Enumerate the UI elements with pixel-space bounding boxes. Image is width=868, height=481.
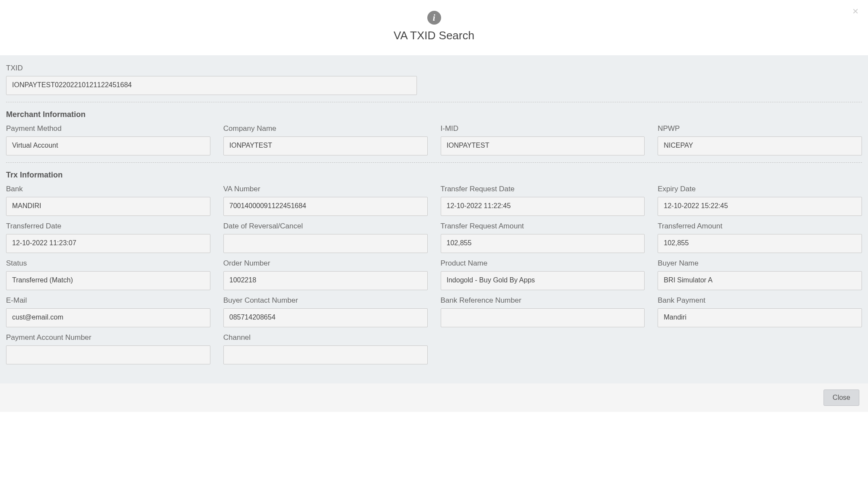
transferred-amount-field[interactable]: 102,855 (658, 234, 862, 253)
expiry-date-field[interactable]: 12-10-2022 15:22:45 (658, 197, 862, 216)
transferred-amount-label: Transferred Amount (658, 222, 862, 231)
status-label: Status (6, 259, 210, 268)
order-number-label: Order Number (223, 259, 428, 268)
imid-field[interactable]: IONPAYTEST (441, 136, 645, 155)
channel-field[interactable] (223, 345, 428, 364)
email-label: E-Mail (6, 296, 210, 305)
buyer-name-label: Buyer Name (658, 259, 862, 268)
transfer-request-amount-label: Transfer Request Amount (441, 222, 645, 231)
modal-title: VA TXID Search (9, 29, 859, 42)
transfer-request-amount-field[interactable]: 102,855 (441, 234, 645, 253)
date-reversal-label: Date of Reversal/Cancel (223, 222, 428, 231)
npwp-label: NPWP (658, 124, 862, 133)
bank-field[interactable]: MANDIRI (6, 197, 210, 216)
payment-account-label: Payment Account Number (6, 333, 210, 342)
va-number-label: VA Number (223, 185, 428, 193)
transferred-date-label: Transferred Date (6, 222, 210, 231)
date-reversal-field[interactable] (223, 234, 428, 253)
product-name-label: Product Name (441, 259, 645, 268)
bank-reference-field[interactable] (441, 308, 645, 327)
modal-footer: Close (0, 383, 868, 412)
status-field[interactable]: Transferred (Match) (6, 271, 210, 290)
buyer-name-field[interactable]: BRI Simulator A (658, 271, 862, 290)
imid-label: I-MID (441, 124, 645, 133)
company-name-field[interactable]: IONPAYTEST (223, 136, 428, 155)
close-icon[interactable]: × (852, 6, 858, 16)
transfer-request-date-field[interactable]: 12-10-2022 11:22:45 (441, 197, 645, 216)
company-name-label: Company Name (223, 124, 428, 133)
payment-method-label: Payment Method (6, 124, 210, 133)
product-name-field[interactable]: Indogold - Buy Gold By Apps (441, 271, 645, 290)
bank-payment-field[interactable]: Mandiri (658, 308, 862, 327)
modal-header: × i VA TXID Search (0, 0, 868, 55)
order-number-field[interactable]: 1002218 (223, 271, 428, 290)
va-number-field[interactable]: 70014000091122451684 (223, 197, 428, 216)
buyer-contact-field[interactable]: 085714208654 (223, 308, 428, 327)
modal-body: TXID IONPAYTEST02202210121122451684 Merc… (0, 55, 868, 383)
info-icon: i (427, 11, 441, 25)
channel-label: Channel (223, 333, 428, 342)
txid-field[interactable]: IONPAYTEST02202210121122451684 (6, 76, 417, 95)
transferred-date-field[interactable]: 12-10-2022 11:23:07 (6, 234, 210, 253)
bank-reference-label: Bank Reference Number (441, 296, 645, 305)
close-button[interactable]: Close (823, 389, 859, 406)
npwp-field[interactable]: NICEPAY (658, 136, 862, 155)
bank-payment-label: Bank Payment (658, 296, 862, 305)
expiry-date-label: Expiry Date (658, 185, 862, 193)
merchant-section-title: Merchant Information (6, 107, 862, 119)
payment-method-field[interactable]: Virtual Account (6, 136, 210, 155)
transfer-request-date-label: Transfer Request Date (441, 185, 645, 193)
bank-label: Bank (6, 185, 210, 193)
email-field[interactable]: cust@email.com (6, 308, 210, 327)
buyer-contact-label: Buyer Contact Number (223, 296, 428, 305)
payment-account-field[interactable] (6, 345, 210, 364)
trx-section-title: Trx Information (6, 167, 862, 180)
txid-label: TXID (6, 64, 417, 73)
